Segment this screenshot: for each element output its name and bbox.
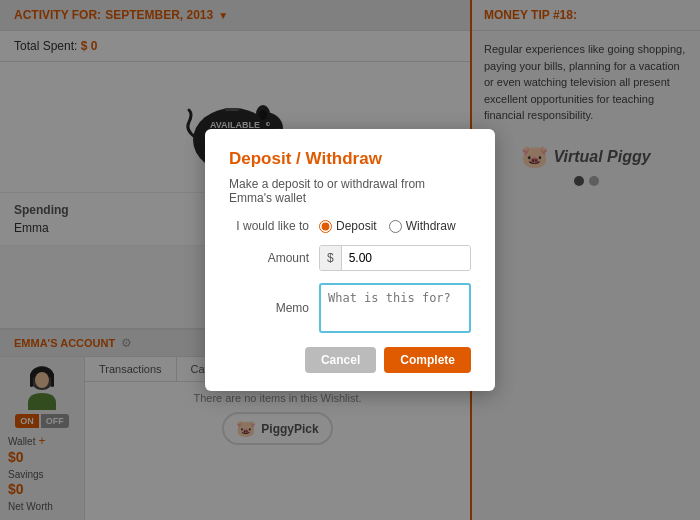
modal-memo-label: Memo [229, 301, 319, 315]
main-layout: Activity For: September, 2013 ▼ Total Sp… [0, 0, 700, 520]
deposit-withdraw-modal: Deposit / Withdraw Make a deposit to or … [205, 129, 495, 391]
memo-textarea[interactable] [319, 283, 471, 333]
deposit-label: Deposit [336, 219, 377, 233]
deposit-radio[interactable] [319, 220, 332, 233]
deposit-radio-item[interactable]: Deposit [319, 219, 377, 233]
modal-radio-row: I would like to Deposit Withdraw [229, 219, 471, 233]
withdraw-radio[interactable] [389, 220, 402, 233]
amount-input[interactable] [342, 246, 470, 270]
modal-memo-row: Memo [229, 283, 471, 333]
complete-button[interactable]: Complete [384, 347, 471, 373]
radio-group: Deposit Withdraw [319, 219, 456, 233]
modal-overlay[interactable]: Deposit / Withdraw Make a deposit to or … [0, 0, 700, 520]
cancel-button[interactable]: Cancel [305, 347, 376, 373]
modal-amount-label: Amount [229, 251, 319, 265]
modal-actions: Cancel Complete [229, 347, 471, 373]
amount-input-wrap: $ [319, 245, 471, 271]
modal-amount-row: Amount $ [229, 245, 471, 271]
withdraw-radio-item[interactable]: Withdraw [389, 219, 456, 233]
modal-radio-label: I would like to [229, 219, 319, 233]
dollar-sign: $ [320, 246, 342, 270]
modal-title: Deposit / Withdraw [229, 149, 471, 169]
modal-description: Make a deposit to or withdrawal from Emm… [229, 177, 471, 205]
withdraw-label: Withdraw [406, 219, 456, 233]
